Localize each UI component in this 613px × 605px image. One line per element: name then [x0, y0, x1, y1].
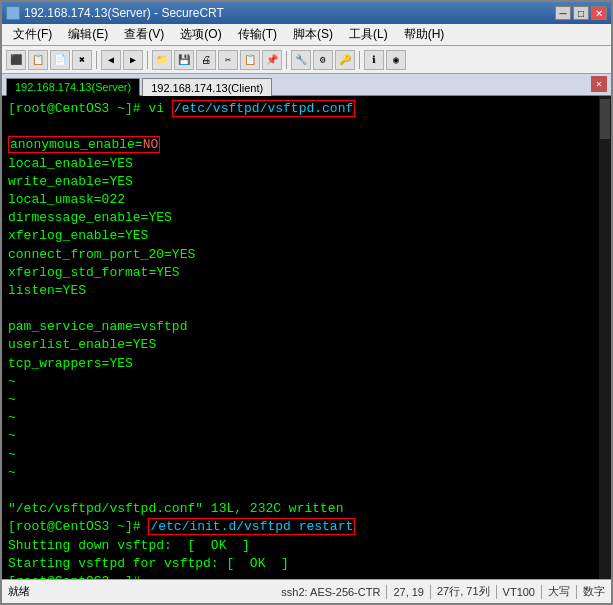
terminal-line-17: ~: [8, 391, 605, 409]
minimize-button[interactable]: ─: [555, 6, 571, 20]
window-title: 192.168.174.13(Server) - SecureCRT: [24, 6, 224, 20]
toolbar: ⬛ 📋 📄 ✖ ◀ ▶ 📁 💾 🖨 ✂ 📋 📌 🔧 ⚙ 🔑 ℹ ◉: [2, 46, 611, 74]
terminal-line-18: ~: [8, 409, 605, 427]
terminal-line-11: listen=YES: [8, 282, 605, 300]
terminal-line-5: write_enable=YES: [8, 173, 605, 191]
status-sep-5: [576, 585, 577, 599]
toolbar-btn-3[interactable]: 📄: [50, 50, 70, 70]
terminal-line-9: connect_from_port_20=YES: [8, 246, 605, 264]
terminal-line-23: "/etc/vsftpd/vsftpd.conf" 13L, 232C writ…: [8, 500, 605, 518]
toolbar-separator-4: [359, 51, 360, 69]
terminal-line-10: xferlog_std_format=YES: [8, 264, 605, 282]
toolbar-btn-13[interactable]: 🔧: [291, 50, 311, 70]
terminal-line-14: userlist_enable=YES: [8, 336, 605, 354]
toolbar-btn-7[interactable]: 📁: [152, 50, 172, 70]
toolbar-btn-4[interactable]: ✖: [72, 50, 92, 70]
toolbar-btn-8[interactable]: 💾: [174, 50, 194, 70]
tab-server[interactable]: 192.168.174.13(Server): [6, 78, 140, 96]
menu-edit[interactable]: 编辑(E): [61, 23, 115, 46]
tab-close-button[interactable]: ✕: [591, 76, 607, 92]
tab-container: 192.168.174.13(Server) 192.168.174.13(Cl…: [6, 77, 607, 95]
terminal-line-4: local_enable=YES: [8, 155, 605, 173]
terminal-line-21: ~: [8, 464, 605, 482]
app-icon: [6, 6, 20, 20]
status-right: ssh2: AES-256-CTR 27, 19 27行, 71列 VT100 …: [281, 584, 605, 599]
toolbar-separator-1: [96, 51, 97, 69]
terminal-line-22: [8, 482, 605, 500]
toolbar-btn-2[interactable]: 📋: [28, 50, 48, 70]
menu-bar: 文件(F) 编辑(E) 查看(V) 选项(O) 传输(T) 脚本(S) 工具(L…: [2, 24, 611, 46]
terminal-line-27: [root@CentOS3 ~]#: [8, 573, 605, 579]
title-bar-left: 192.168.174.13(Server) - SecureCRT: [6, 6, 224, 20]
scrollbar-thumb[interactable]: [600, 99, 610, 139]
title-buttons: ─ □ ✕: [555, 6, 607, 20]
toolbar-separator-2: [147, 51, 148, 69]
status-pos: 27, 19: [393, 586, 424, 598]
terminal-line-26: Starting vsftpd for vsftpd: [ OK ]: [8, 555, 605, 573]
toolbar-btn-17[interactable]: ◉: [386, 50, 406, 70]
main-window: 192.168.174.13(Server) - SecureCRT ─ □ ✕…: [0, 0, 613, 605]
terminal-line-8: xferlog_enable=YES: [8, 227, 605, 245]
toolbar-btn-16[interactable]: ℹ: [364, 50, 384, 70]
terminal-line-24: [root@CentOS3 ~]# /etc/init.d/vsftpd res…: [8, 518, 605, 536]
menu-file[interactable]: 文件(F): [6, 23, 59, 46]
status-sep-4: [541, 585, 542, 599]
terminal-line-20: ~: [8, 446, 605, 464]
tab-client[interactable]: 192.168.174.13(Client): [142, 78, 272, 96]
toolbar-btn-11[interactable]: 📋: [240, 50, 260, 70]
terminal-line-15: tcp_wrappers=YES: [8, 355, 605, 373]
status-bar: 就绪 ssh2: AES-256-CTR 27, 19 27行, 71列 VT1…: [2, 579, 611, 603]
toolbar-btn-6[interactable]: ▶: [123, 50, 143, 70]
toolbar-btn-15[interactable]: 🔑: [335, 50, 355, 70]
terminal-line-2: [8, 118, 605, 136]
status-sep-1: [386, 585, 387, 599]
toolbar-btn-1[interactable]: ⬛: [6, 50, 26, 70]
toolbar-btn-10[interactable]: ✂: [218, 50, 238, 70]
menu-tools[interactable]: 工具(L): [342, 23, 395, 46]
terminal-line-7: dirmessage_enable=YES: [8, 209, 605, 227]
tab-bar: 192.168.174.13(Server) 192.168.174.13(Cl…: [2, 74, 611, 96]
status-left: 就绪: [8, 584, 30, 599]
close-button[interactable]: ✕: [591, 6, 607, 20]
title-bar: 192.168.174.13(Server) - SecureCRT ─ □ ✕: [2, 2, 611, 24]
status-num: 数字: [583, 584, 605, 599]
status-ready: 就绪: [8, 584, 30, 599]
menu-options[interactable]: 选项(O): [173, 23, 228, 46]
maximize-button[interactable]: □: [573, 6, 589, 20]
terminal-line-3: anonymous_enable=NO: [8, 136, 605, 154]
scrollbar[interactable]: [599, 96, 611, 579]
toolbar-separator-3: [286, 51, 287, 69]
toolbar-btn-5[interactable]: ◀: [101, 50, 121, 70]
terminal-line-13: pam_service_name=vsftpd: [8, 318, 605, 336]
terminal[interactable]: [root@CentOS3 ~]# vi /etc/vsftpd/vsftpd.…: [2, 96, 611, 579]
status-caps: 大写: [548, 584, 570, 599]
menu-view[interactable]: 查看(V): [117, 23, 171, 46]
status-pos-label: 27行, 71列: [437, 584, 490, 599]
menu-script[interactable]: 脚本(S): [286, 23, 340, 46]
status-vt: VT100: [503, 586, 535, 598]
terminal-line-19: ~: [8, 427, 605, 445]
status-ssh: ssh2: AES-256-CTR: [281, 586, 380, 598]
status-sep-3: [496, 585, 497, 599]
menu-transfer[interactable]: 传输(T): [231, 23, 284, 46]
toolbar-btn-12[interactable]: 📌: [262, 50, 282, 70]
terminal-line-1: [root@CentOS3 ~]# vi /etc/vsftpd/vsftpd.…: [8, 100, 605, 118]
terminal-line-16: ~: [8, 373, 605, 391]
terminal-line-6: local_umask=022: [8, 191, 605, 209]
terminal-line-12: [8, 300, 605, 318]
status-sep-2: [430, 585, 431, 599]
toolbar-btn-14[interactable]: ⚙: [313, 50, 333, 70]
terminal-line-25: Shutting down vsftpd: [ OK ]: [8, 537, 605, 555]
toolbar-btn-9[interactable]: 🖨: [196, 50, 216, 70]
menu-help[interactable]: 帮助(H): [397, 23, 452, 46]
